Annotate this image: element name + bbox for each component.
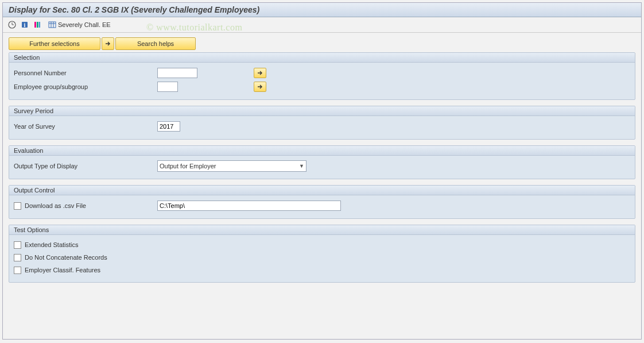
output-control-title: Output Control [9, 186, 635, 195]
selection-group: Selection Personnel Number Employee grou… [9, 52, 635, 100]
personnel-number-multi-icon[interactable] [254, 68, 266, 78]
employer-classif-row: Employer Classif. Features [14, 264, 630, 276]
extended-stats-checkbox[interactable] [14, 241, 21, 249]
test-options-title: Test Options [9, 225, 635, 235]
survey-period-title: Survey Period [9, 106, 635, 116]
page-title: Display for Sec. 80 Cl. 2 SGB IX (Severe… [3, 3, 641, 17]
employee-group-input[interactable] [157, 82, 178, 92]
svg-rect-6 [37, 22, 38, 28]
evaluation-body: Output Type of Display Output for Employ… [9, 156, 635, 179]
content-area: Further selections Search helps Selectio… [3, 33, 641, 293]
no-concat-label[interactable]: Do Not Concatenate Records [25, 254, 107, 261]
personnel-number-row: Personnel Number [14, 66, 630, 80]
employer-classif-label[interactable]: Employer Classif. Features [25, 267, 100, 273]
execute-icon[interactable] [6, 19, 18, 30]
output-control-group: Output Control Download as .csv File [9, 185, 635, 219]
survey-period-body: Year of Survey [9, 116, 635, 139]
year-of-survey-row: Year of Survey [14, 120, 630, 133]
output-control-body: Download as .csv File [9, 195, 635, 218]
no-concat-checkbox[interactable] [14, 254, 21, 261]
employee-group-row: Employee group/subgroup [14, 80, 630, 94]
severely-chall-label: Severely Chall. EE [58, 21, 111, 28]
output-type-label: Output Type of Display [14, 163, 157, 169]
employee-group-label: Employee group/subgroup [14, 83, 157, 90]
chevron-down-icon: ▼ [299, 163, 304, 169]
svg-rect-8 [49, 22, 56, 28]
personnel-number-label: Personnel Number [14, 70, 157, 76]
selection-title: Selection [9, 53, 635, 63]
output-type-row: Output Type of Display Output for Employ… [14, 159, 630, 173]
columns-icon[interactable] [32, 19, 43, 30]
extended-stats-label[interactable]: Extended Statistics [25, 241, 79, 248]
download-csv-label-wrap: Download as .csv File [14, 202, 157, 210]
test-options-group: Test Options Extended Statistics Do Not … [9, 225, 635, 283]
download-csv-label[interactable]: Download as .csv File [25, 202, 86, 209]
extended-stats-row: Extended Statistics [14, 238, 630, 251]
selection-body: Personnel Number Employee group/subgroup [9, 63, 635, 99]
employee-group-multi-icon[interactable] [254, 82, 266, 92]
survey-period-group: Survey Period Year of Survey [9, 106, 635, 140]
employer-classif-checkbox[interactable] [14, 267, 21, 274]
further-selections-button[interactable]: Further selections [9, 37, 100, 50]
arrow-right-icon[interactable] [102, 37, 114, 50]
year-of-survey-input[interactable] [157, 121, 180, 132]
evaluation-group: Evaluation Output Type of Display Output… [9, 145, 635, 179]
search-helps-button[interactable]: Search helps [115, 37, 196, 50]
output-type-value: Output for Employer [160, 163, 216, 169]
svg-text:i: i [24, 22, 26, 28]
svg-rect-5 [34, 22, 36, 28]
evaluation-title: Evaluation [9, 146, 635, 156]
year-of-survey-label: Year of Survey [14, 123, 157, 130]
test-options-body: Extended Statistics Do Not Concatenate R… [9, 235, 635, 282]
info-icon[interactable]: i [19, 19, 30, 30]
personnel-number-input[interactable] [157, 68, 197, 78]
no-concat-row: Do Not Concatenate Records [14, 251, 630, 264]
action-buttons-row: Further selections Search helps [9, 37, 635, 50]
download-path-input[interactable] [157, 201, 341, 211]
output-type-dropdown[interactable]: Output for Employer ▼ [157, 160, 307, 172]
svg-rect-7 [39, 22, 40, 28]
download-csv-checkbox[interactable] [14, 202, 21, 210]
severely-chall-button[interactable]: Severely Chall. EE [44, 19, 115, 30]
app-toolbar: i Severely Chall. EE [3, 17, 641, 33]
download-csv-row: Download as .csv File [14, 199, 630, 213]
